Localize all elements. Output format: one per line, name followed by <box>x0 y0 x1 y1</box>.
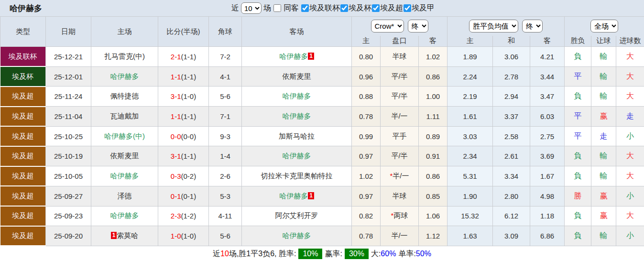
recent-label: 近 <box>231 3 239 13</box>
result-wdl: 負 <box>565 226 591 246</box>
odds-away: 0.89 <box>419 126 448 146</box>
summary-text: 近10场,胜1平3负6, 胜率: <box>213 249 296 259</box>
match-rows: 埃及联杯25-12-21扎马雷克(中)2-1(1-1)7-2哈伊赫多10.80半… <box>0 47 644 246</box>
mean-away: 6.03 <box>530 107 565 127</box>
odds-home: 0.88 <box>352 87 381 107</box>
match-row: 埃及杯25-12-01哈伊赫多1-1(1-1)4-1依斯麦里0.96平/半0.8… <box>0 66 644 87</box>
league-filter-group: 埃及联杯埃及杯埃及超埃及甲 <box>301 3 435 13</box>
result-handicap: 赢 <box>591 107 616 127</box>
odds-away: 1.12 <box>419 226 448 246</box>
mean-home: 1.89 <box>448 47 493 67</box>
handicap: 半球 <box>381 47 419 67</box>
league-filter-0: 埃及联杯 <box>301 3 340 13</box>
score: 0-0(0-0) <box>158 126 209 146</box>
result-wdl: 平 <box>565 66 591 87</box>
match-row: 埃及超25-11-04瓦迪戴加1-1(1-1)7-1哈伊赫多0.78半/一1.1… <box>0 107 644 127</box>
match-type: 埃及超 <box>0 146 46 166</box>
match-type: 埃及超 <box>0 186 46 206</box>
mean-time-select[interactable]: 终 <box>522 20 543 33</box>
mean-home: 1.61 <box>448 107 493 127</box>
mean-draw: 3.37 <box>493 107 530 127</box>
mean-home: 3.03 <box>448 126 493 146</box>
result-wdl: 勝 <box>565 186 591 206</box>
result-handicap: 輸 <box>591 87 616 107</box>
handicap: 半/一 <box>381 107 419 127</box>
score: 0-1(0-1) <box>158 186 209 206</box>
odds-group-header: Crow* 终 <box>352 17 448 36</box>
match-row: 埃及超25-10-19依斯麦里3-1(1-1)1-4哈伊赫多0.97平/半0.9… <box>0 146 644 166</box>
home-team: 依斯麦里 <box>91 146 158 166</box>
odds-home: 0.97 <box>352 146 381 166</box>
home-team: 扎马雷克(中) <box>91 47 158 67</box>
match-type: 埃及联杯 <box>0 47 46 67</box>
match-row: 埃及超25-10-25哈伊赫多(中)0-0(0-0)9-3加斯马哈拉0.99平手… <box>0 126 644 146</box>
odds-away: 0.91 <box>419 146 448 166</box>
odds-away: 0.86 <box>419 166 448 186</box>
match-date: 25-11-24 <box>46 87 91 107</box>
result-wdl: 負 <box>565 47 591 67</box>
score: 2-1(1-1) <box>158 47 209 67</box>
recent-count-value: 10 <box>220 250 229 258</box>
corner-score: 5-6 <box>209 87 242 107</box>
away-team: 加斯马哈拉 <box>242 126 352 146</box>
odds-source-select[interactable]: Crow* <box>371 20 404 33</box>
mean-away: 2.75 <box>530 126 565 146</box>
recent-count-select[interactable]: 10 <box>241 2 262 14</box>
match-type: 埃及超 <box>0 166 46 186</box>
corner-score: 9-3 <box>209 126 242 146</box>
league-checkbox-0[interactable] <box>301 4 309 12</box>
corner-score: 2-6 <box>209 166 242 186</box>
match-date: 25-12-21 <box>46 47 91 67</box>
corner-score: 4-1 <box>209 66 242 87</box>
odds-home: 1.02 <box>352 166 381 186</box>
score: 3-1(1-1) <box>158 146 209 166</box>
away-team: 哈伊赫多1 <box>242 186 352 206</box>
result-wdl: 負 <box>565 166 591 186</box>
sub-header-mean-away: 客 <box>530 36 565 47</box>
home-team: 瓦迪戴加 <box>91 107 158 127</box>
odds-time-select[interactable]: 终 <box>408 20 428 33</box>
league-label-3: 埃及甲 <box>412 3 435 13</box>
odds-away: 1.06 <box>419 206 448 226</box>
odds-away: 1.00 <box>419 87 448 107</box>
big-rate: 大:60% <box>371 249 396 259</box>
result-goals: 大 <box>616 66 644 87</box>
filter-controls: 近 10 场 同客 埃及联杯埃及杯埃及超埃及甲 <box>231 0 435 16</box>
red-card-badge: 1 <box>308 53 314 60</box>
result-goals: 大 <box>616 87 644 107</box>
mean-draw: 6.12 <box>493 206 530 226</box>
same-away-checkbox[interactable] <box>273 4 281 12</box>
sub-header-odds-home: 主 <box>352 36 381 47</box>
away-team: 哈伊赫多 <box>242 87 352 107</box>
league-checkbox-3[interactable] <box>404 4 411 12</box>
away-team: 哈伊赫多1 <box>242 47 352 67</box>
home-team: 哈伊赫多 <box>91 66 158 87</box>
score: 2-3(1-2) <box>158 206 209 226</box>
league-label-2: 埃及超 <box>380 3 403 13</box>
col-header-away: 客场 <box>242 17 352 47</box>
mean-draw: 2.58 <box>493 126 530 146</box>
corner-score: 5-3 <box>209 186 242 206</box>
mean-draw: 3.09 <box>493 226 530 246</box>
col-header-date: 日期 <box>46 17 91 47</box>
same-away-label: 同客 <box>284 3 299 13</box>
handicap: 平/半 <box>381 87 419 107</box>
scope-select[interactable]: 全场 <box>590 20 618 33</box>
mean-home: 2.34 <box>448 146 493 166</box>
result-goals: 大 <box>616 206 644 226</box>
league-checkbox-1[interactable] <box>340 4 348 12</box>
single-rate: 单率:50% <box>398 249 431 259</box>
mean-away: 3.44 <box>530 66 565 87</box>
match-row: 埃及超25-09-201索莫哈1-0(1-0)5-6哈伊赫多0.78半/一1.1… <box>0 226 644 246</box>
league-checkbox-2[interactable] <box>372 4 380 12</box>
odds-home: 0.78 <box>352 226 381 246</box>
mean-away: 3.47 <box>530 87 565 107</box>
result-handicap: 輸 <box>591 66 616 87</box>
away-team: 哈伊赫多 <box>242 146 352 166</box>
home-team: 哈伊赫多(中) <box>91 126 158 146</box>
mean-source-select[interactable]: 胜平负均值 <box>469 20 518 33</box>
result-handicap: 輸 <box>591 146 616 166</box>
home-team: 1索莫哈 <box>91 226 158 246</box>
match-type: 埃及杯 <box>0 66 46 87</box>
mean-away: 4.21 <box>530 47 565 67</box>
